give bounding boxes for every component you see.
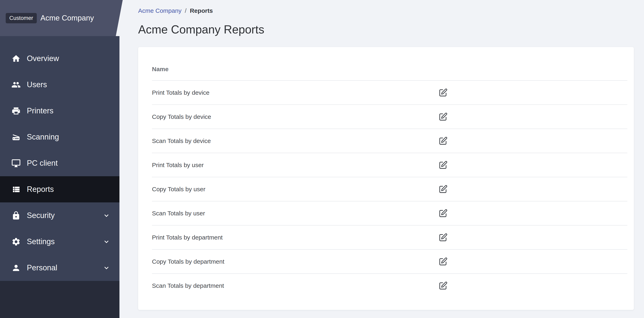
reports-table-body: Print Totals by device Copy Totals by de… — [138, 80, 634, 298]
app-root: Overview Users Printers Scanning PC clie… — [0, 0, 644, 318]
report-name: Scan Totals by user — [152, 210, 436, 217]
breadcrumb-current: Reports — [190, 7, 213, 14]
sidebar-item-overview[interactable]: Overview — [0, 45, 120, 72]
report-name: Copy Totals by department — [152, 258, 436, 265]
edit-icon — [438, 209, 448, 218]
sidebar-item-label: Reports — [27, 185, 54, 194]
sidebar-item-label: Users — [27, 80, 47, 89]
breadcrumb-parent-link[interactable]: Acme Company — [138, 7, 182, 14]
sidebar-item-pc-client[interactable]: PC client — [0, 150, 120, 176]
printer-icon — [12, 106, 21, 116]
reports-card: Name Print Totals by device Copy Totals … — [138, 47, 634, 310]
table-row: Scan Totals by device — [152, 129, 627, 153]
sidebar: Overview Users Printers Scanning PC clie… — [0, 0, 120, 318]
monitor-icon — [12, 159, 21, 168]
chevron-down-icon — [102, 264, 110, 272]
edit-report-button[interactable] — [436, 255, 450, 268]
report-name: Print Totals by user — [152, 162, 436, 168]
person-icon — [12, 263, 21, 273]
report-name: Scan Totals by department — [152, 282, 436, 289]
sidebar-item-label: Settings — [27, 237, 55, 246]
edit-icon — [438, 281, 448, 290]
sidebar-item-label: PC client — [27, 159, 58, 167]
sidebar-item-personal[interactable]: Personal — [0, 255, 120, 281]
edit-icon — [438, 88, 448, 97]
edit-icon — [438, 185, 448, 194]
table-row: Copy Totals by user — [152, 177, 627, 201]
table-icon — [12, 185, 21, 194]
breadcrumb: Acme Company / Reports — [138, 7, 634, 14]
table-row: Scan Totals by user — [152, 201, 627, 225]
chevron-down-icon — [102, 211, 110, 220]
table-row: Scan Totals by department — [152, 273, 627, 298]
sidebar-nav: Overview Users Printers Scanning PC clie… — [0, 36, 120, 281]
scanner-icon — [12, 133, 21, 142]
page-title: Acme Company Reports — [138, 23, 634, 36]
sidebar-item-printers[interactable]: Printers — [0, 98, 120, 124]
report-name: Copy Totals by user — [152, 186, 436, 193]
edit-report-button[interactable] — [436, 231, 450, 244]
sidebar-item-scanning[interactable]: Scanning — [0, 124, 120, 150]
customer-badge: Customer — [6, 13, 37, 23]
gear-icon — [12, 237, 21, 246]
edit-icon — [438, 137, 448, 146]
edit-report-button[interactable] — [436, 159, 450, 172]
users-icon — [12, 80, 21, 89]
lock-icon — [12, 211, 21, 220]
report-name: Print Totals by device — [152, 89, 436, 96]
edit-icon — [438, 233, 448, 242]
breadcrumb-separator: / — [185, 7, 186, 14]
table-row: Print Totals by device — [152, 80, 627, 104]
sidebar-item-label: Printers — [27, 107, 54, 115]
sidebar-item-label: Overview — [27, 54, 59, 63]
table-row: Print Totals by user — [152, 153, 627, 177]
chevron-down-icon — [102, 238, 110, 246]
sidebar-item-security[interactable]: Security — [0, 202, 120, 229]
edit-report-button[interactable] — [436, 182, 450, 196]
sidebar-item-settings[interactable]: Settings — [0, 229, 120, 255]
edit-report-button[interactable] — [436, 134, 450, 148]
sidebar-item-label: Scanning — [27, 133, 59, 141]
edit-icon — [438, 161, 448, 169]
edit-report-button[interactable] — [436, 86, 450, 99]
report-name: Copy Totals by device — [152, 113, 436, 120]
column-header-name: Name — [152, 66, 168, 73]
edit-report-button[interactable] — [436, 207, 450, 220]
table-header-row: Name — [152, 58, 627, 80]
sidebar-item-label: Personal — [27, 263, 57, 272]
company-name: Acme Company — [40, 14, 94, 22]
home-icon — [12, 54, 21, 63]
edit-report-button[interactable] — [436, 279, 450, 293]
sidebar-item-reports[interactable]: Reports — [0, 176, 120, 202]
sidebar-item-users[interactable]: Users — [0, 72, 120, 98]
edit-icon — [438, 257, 448, 266]
report-name: Scan Totals by device — [152, 138, 436, 144]
report-name: Print Totals by department — [152, 234, 436, 241]
edit-report-button[interactable] — [436, 110, 450, 124]
sidebar-item-label: Security — [27, 211, 55, 220]
table-row: Copy Totals by department — [152, 249, 627, 273]
main-content: Acme Company / Reports Acme Company Repo… — [120, 0, 644, 318]
edit-icon — [438, 112, 448, 121]
sidebar-header: Customer Acme Company — [0, 0, 123, 36]
table-row: Copy Totals by device — [152, 104, 627, 129]
table-row: Print Totals by department — [152, 225, 627, 249]
